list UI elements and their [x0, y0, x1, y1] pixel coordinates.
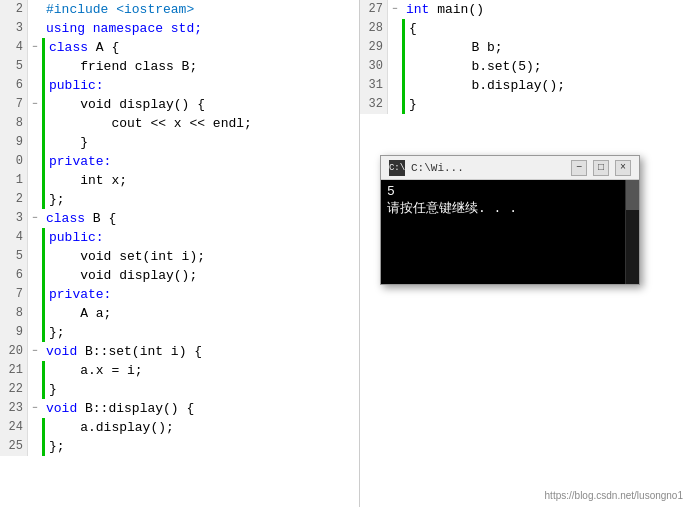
code-content: using namespace std;	[42, 19, 359, 38]
url-bar: https://blog.csdn.net/lusongno1	[545, 490, 683, 501]
terminal-title: C:\Wi...	[411, 162, 571, 174]
fold-indicator[interactable]: −	[388, 0, 402, 19]
close-button[interactable]: ×	[615, 160, 631, 176]
code-line: 9};	[0, 323, 359, 342]
line-number: 3	[0, 19, 28, 38]
fold-indicator	[28, 304, 42, 323]
code-content: void B::set(int i) {	[42, 342, 359, 361]
terminal-scrollbar[interactable]	[625, 180, 639, 284]
fold-indicator	[28, 285, 42, 304]
terminal-body: 5 请按任意键继续. . .	[381, 180, 639, 284]
fold-indicator	[28, 57, 42, 76]
code-content: private:	[42, 285, 359, 304]
minimize-button[interactable]: −	[571, 160, 587, 176]
code-content: friend class B;	[42, 57, 359, 76]
line-number: 6	[0, 266, 28, 285]
code-line: 32}	[360, 95, 693, 114]
fold-indicator	[28, 190, 42, 209]
code-content: b.display();	[402, 76, 693, 95]
code-content: a.display();	[42, 418, 359, 437]
left-panel: 2#include <iostream>3using namespace std…	[0, 0, 360, 507]
code-content: public:	[42, 228, 359, 247]
fold-indicator	[388, 95, 402, 114]
code-content: b.set(5);	[402, 57, 693, 76]
line-number: 23	[0, 399, 28, 418]
fold-indicator	[388, 38, 402, 57]
line-number: 29	[360, 38, 388, 57]
code-content: cout << x << endl;	[42, 114, 359, 133]
terminal-controls[interactable]: − □ ×	[571, 160, 631, 176]
fold-indicator	[28, 228, 42, 247]
code-line: 20−void B::set(int i) {	[0, 342, 359, 361]
code-line: 29 B b;	[360, 38, 693, 57]
code-content: public:	[42, 76, 359, 95]
fold-indicator	[28, 418, 42, 437]
code-content: B b;	[402, 38, 693, 57]
line-number: 9	[0, 323, 28, 342]
line-number: 4	[0, 38, 28, 57]
code-content: void display();	[42, 266, 359, 285]
line-number: 0	[0, 152, 28, 171]
line-number: 1	[0, 171, 28, 190]
fold-indicator	[28, 247, 42, 266]
line-number: 22	[0, 380, 28, 399]
code-content: };	[42, 437, 359, 456]
line-number: 27	[360, 0, 388, 19]
fold-indicator	[28, 380, 42, 399]
code-content: };	[42, 190, 359, 209]
code-line: 4−class A {	[0, 38, 359, 57]
fold-indicator	[28, 19, 42, 38]
code-line: 4public:	[0, 228, 359, 247]
right-code-area: 27−int main()28{29 B b;30 b.set(5);31 b.…	[360, 0, 693, 114]
fold-indicator	[28, 133, 42, 152]
code-content: {	[402, 19, 693, 38]
fold-indicator[interactable]: −	[28, 95, 42, 114]
line-number: 28	[360, 19, 388, 38]
terminal-titlebar: C:\ C:\Wi... − □ ×	[381, 156, 639, 180]
line-number: 7	[0, 95, 28, 114]
code-line: 27−int main()	[360, 0, 693, 19]
editor-container: 2#include <iostream>3using namespace std…	[0, 0, 693, 507]
terminal-window: C:\ C:\Wi... − □ × 5 请按任意键继续. . .	[380, 155, 640, 285]
code-line: 9 }	[0, 133, 359, 152]
code-content: };	[42, 323, 359, 342]
fold-indicator	[388, 76, 402, 95]
code-line: 2};	[0, 190, 359, 209]
line-number: 2	[0, 190, 28, 209]
fold-indicator	[28, 76, 42, 95]
code-line: 31 b.display();	[360, 76, 693, 95]
code-line: 24 a.display();	[0, 418, 359, 437]
maximize-button[interactable]: □	[593, 160, 609, 176]
line-number: 20	[0, 342, 28, 361]
fold-indicator[interactable]: −	[28, 342, 42, 361]
code-line: 6 void display();	[0, 266, 359, 285]
fold-indicator	[28, 114, 42, 133]
code-content: }	[42, 133, 359, 152]
fold-indicator	[28, 361, 42, 380]
code-line: 28{	[360, 19, 693, 38]
line-number: 25	[0, 437, 28, 456]
left-code-area: 2#include <iostream>3using namespace std…	[0, 0, 359, 456]
code-content: int x;	[42, 171, 359, 190]
code-line: 2#include <iostream>	[0, 0, 359, 19]
fold-indicator[interactable]: −	[28, 399, 42, 418]
line-number: 5	[0, 247, 28, 266]
code-line: 3−class B {	[0, 209, 359, 228]
fold-indicator	[388, 57, 402, 76]
line-number: 7	[0, 285, 28, 304]
terminal-scroll-thumb[interactable]	[626, 180, 639, 210]
code-line: 21 a.x = i;	[0, 361, 359, 380]
code-content: void set(int i);	[42, 247, 359, 266]
line-number: 32	[360, 95, 388, 114]
right-panel: 27−int main()28{29 B b;30 b.set(5);31 b.…	[360, 0, 693, 507]
code-line: 8 A a;	[0, 304, 359, 323]
fold-indicator	[28, 0, 42, 19]
line-number: 2	[0, 0, 28, 19]
code-content: void B::display() {	[42, 399, 359, 418]
fold-indicator[interactable]: −	[28, 38, 42, 57]
fold-indicator[interactable]: −	[28, 209, 42, 228]
code-content: private:	[42, 152, 359, 171]
fold-indicator	[28, 323, 42, 342]
code-line: 25};	[0, 437, 359, 456]
code-line: 0private:	[0, 152, 359, 171]
